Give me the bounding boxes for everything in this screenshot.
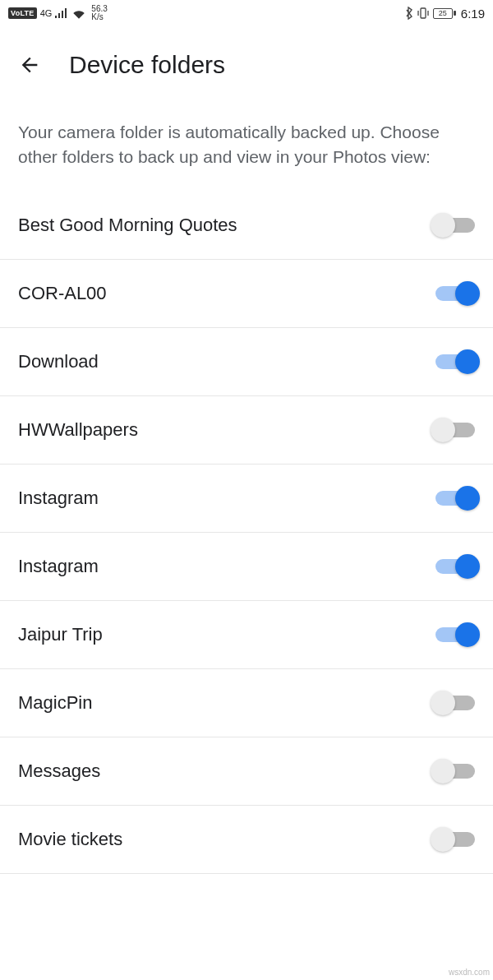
folder-toggle[interactable] bbox=[431, 622, 475, 647]
speed-unit: K/s bbox=[91, 13, 107, 21]
folder-label: Instagram bbox=[18, 488, 99, 509]
wifi-icon bbox=[71, 7, 86, 19]
switch-thumb bbox=[455, 622, 480, 647]
folder-label: Best Good Morning Quotes bbox=[18, 215, 237, 236]
switch-thumb bbox=[431, 213, 455, 238]
switch-thumb bbox=[455, 349, 480, 374]
status-bar: VoLTE 4G 56.3 K/s 25 6:19 bbox=[0, 0, 493, 25]
switch-thumb bbox=[455, 554, 480, 579]
svg-rect-0 bbox=[421, 8, 426, 18]
signal-icon bbox=[55, 8, 68, 18]
battery-percent: 25 bbox=[439, 9, 447, 17]
folder-label: Movie tickets bbox=[18, 829, 122, 850]
battery-icon: 25 bbox=[433, 8, 456, 19]
status-right: 25 6:19 bbox=[405, 7, 485, 21]
folder-row[interactable]: Best Good Morning Quotes bbox=[0, 196, 493, 260]
bluetooth-icon bbox=[405, 7, 413, 20]
folder-toggle[interactable] bbox=[431, 418, 475, 442]
folder-toggle[interactable] bbox=[431, 554, 475, 579]
switch-thumb bbox=[455, 486, 480, 511]
folder-row[interactable]: Download bbox=[0, 328, 493, 396]
folder-label: HWWallpapers bbox=[18, 419, 138, 441]
folder-row[interactable]: Instagram bbox=[0, 465, 493, 533]
folder-label: Messages bbox=[18, 760, 100, 782]
watermark: wsxdn.com bbox=[449, 968, 490, 977]
folder-row[interactable]: HWWallpapers bbox=[0, 396, 493, 465]
switch-thumb bbox=[431, 827, 455, 852]
folder-row[interactable]: Instagram bbox=[0, 533, 493, 601]
folder-row[interactable]: Jaipur Trip bbox=[0, 601, 493, 669]
folder-row[interactable]: COR-AL00 bbox=[0, 260, 493, 328]
status-left: VoLTE 4G 56.3 K/s bbox=[8, 5, 108, 21]
folder-toggle[interactable] bbox=[431, 281, 475, 306]
network-speed: 56.3 K/s bbox=[91, 5, 107, 21]
folder-toggle[interactable] bbox=[431, 486, 475, 511]
switch-thumb bbox=[431, 418, 455, 442]
vibrate-icon bbox=[417, 7, 430, 20]
volte-badge: VoLTE bbox=[8, 7, 37, 19]
switch-thumb bbox=[455, 281, 480, 306]
folder-label: Jaipur Trip bbox=[18, 624, 103, 645]
folder-toggle[interactable] bbox=[431, 691, 475, 715]
folder-toggle[interactable] bbox=[431, 349, 475, 374]
clock: 6:19 bbox=[461, 7, 485, 21]
switch-thumb bbox=[431, 759, 455, 784]
folder-row[interactable]: Movie tickets bbox=[0, 806, 493, 874]
folder-toggle[interactable] bbox=[431, 759, 475, 784]
back-button[interactable] bbox=[18, 53, 41, 76]
folder-row[interactable]: Messages bbox=[0, 737, 493, 806]
description-text: Your camera folder is automatically back… bbox=[0, 94, 493, 187]
folder-label: Download bbox=[18, 351, 99, 372]
network-label: 4G bbox=[40, 8, 53, 18]
folder-row[interactable]: MagicPin bbox=[0, 669, 493, 737]
folder-label: COR-AL00 bbox=[18, 283, 107, 304]
folder-label: Instagram bbox=[18, 556, 99, 577]
folder-label: MagicPin bbox=[18, 692, 92, 714]
switch-thumb bbox=[431, 691, 455, 715]
page-title: Device folders bbox=[69, 51, 225, 79]
folder-toggle[interactable] bbox=[431, 213, 475, 238]
app-bar: Device folders bbox=[0, 25, 493, 94]
folder-list: Best Good Morning QuotesCOR-AL00Download… bbox=[0, 187, 493, 874]
folder-toggle[interactable] bbox=[431, 827, 475, 852]
svg-rect-1 bbox=[454, 11, 456, 16]
